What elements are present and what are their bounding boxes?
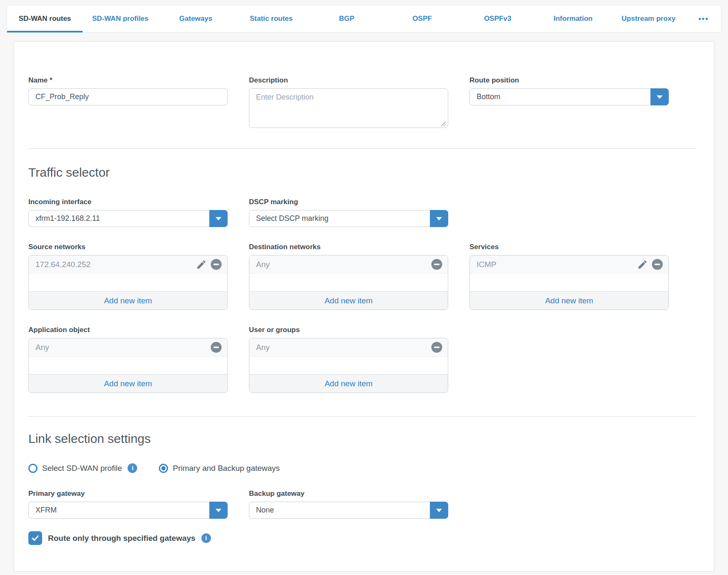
remove-item-icon[interactable] xyxy=(431,342,442,353)
route-only-label: Route only through specified gateways xyxy=(48,534,196,543)
info-icon[interactable]: i xyxy=(201,533,211,543)
tab-bar: SD-WAN routes SD-WAN profiles Gateways S… xyxy=(7,5,721,32)
source-networks-group: Source networks 172.64.240.252 Add new i… xyxy=(28,243,228,310)
checked-checkbox-icon[interactable] xyxy=(28,531,42,545)
networks-row: Source networks 172.64.240.252 Add new i… xyxy=(28,243,697,310)
primary-gateway-select[interactable]: XFRM xyxy=(28,502,228,519)
radio-select-sd-wan-profile[interactable]: Select SD-WAN profile xyxy=(28,464,122,473)
incoming-interface-value: xfrm1-192.168.2.11 xyxy=(35,214,100,223)
link-selection-heading: Link selection settings xyxy=(28,432,697,446)
backup-gateway-value: None xyxy=(256,506,274,515)
backup-gateway-label: Backup gateway xyxy=(249,490,448,498)
source-networks-listbox: 172.64.240.252 Add new item xyxy=(28,255,228,310)
dscp-marking-field-group: DSCP marking Select DSCP marking xyxy=(249,198,448,227)
backup-gateway-select[interactable]: None xyxy=(249,502,448,519)
chevron-down-icon[interactable] xyxy=(430,210,448,227)
destination-networks-listbox: Any Add new item xyxy=(249,255,448,310)
dscp-marking-select[interactable]: Select DSCP marking xyxy=(249,210,448,227)
list-item: Any xyxy=(249,338,448,357)
add-new-item-button[interactable]: Add new item xyxy=(249,374,448,392)
application-object-listbox: Any Add new item xyxy=(28,338,228,393)
dscp-marking-value: Select DSCP marking xyxy=(256,214,329,223)
destination-networks-group: Destination networks Any Add new item xyxy=(249,243,448,310)
list-item-text: Any xyxy=(35,343,211,352)
list-item-text: Any xyxy=(256,343,431,352)
route-position-select[interactable]: Bottom xyxy=(469,88,669,105)
tab-static-routes[interactable]: Static routes xyxy=(233,5,309,32)
backup-gateway-field-group: Backup gateway None xyxy=(249,490,448,519)
add-new-item-button[interactable]: Add new item xyxy=(29,291,227,310)
add-new-item-button[interactable]: Add new item xyxy=(29,374,227,392)
radio-primary-backup-gateways[interactable]: Primary and Backup gateways xyxy=(159,464,280,473)
list-item: Any xyxy=(249,255,448,274)
tab-gateways[interactable]: Gateways xyxy=(158,5,233,32)
edit-pencil-icon[interactable] xyxy=(196,259,207,270)
tab-ospfv3[interactable]: OSPFv3 xyxy=(460,5,535,32)
chevron-down-icon[interactable] xyxy=(430,502,448,519)
tab-ospf[interactable]: OSPF xyxy=(384,5,460,32)
name-input[interactable] xyxy=(28,88,228,105)
add-new-item-button[interactable]: Add new item xyxy=(470,291,668,310)
listbox-empty-area xyxy=(29,357,227,374)
description-textarea[interactable] xyxy=(249,88,448,128)
listbox-empty-area xyxy=(29,274,227,291)
incoming-interface-select[interactable]: xfrm1-192.168.2.11 xyxy=(28,210,228,227)
user-or-groups-group: User or groups Any Add new item xyxy=(249,326,448,393)
section-divider xyxy=(28,416,697,417)
listbox-empty-area xyxy=(249,357,448,374)
list-item-text: 172.64.240.252 xyxy=(35,260,196,269)
remove-item-icon[interactable] xyxy=(211,342,222,353)
description-field-group: Description xyxy=(249,76,448,130)
tab-bgp[interactable]: BGP xyxy=(309,5,384,32)
listbox-empty-area xyxy=(249,274,448,291)
services-group: Services ICMP Add new item xyxy=(469,243,669,310)
dscp-marking-label: DSCP marking xyxy=(249,198,448,206)
tab-sd-wan-profiles[interactable]: SD-WAN profiles xyxy=(83,5,158,32)
section-divider xyxy=(28,148,697,149)
route-position-field-group: Route position Bottom xyxy=(469,76,669,130)
tab-information[interactable]: Information xyxy=(535,5,611,32)
remove-item-icon[interactable] xyxy=(431,259,442,270)
radio-label: Select SD-WAN profile xyxy=(42,464,122,473)
route-position-label: Route position xyxy=(469,76,669,85)
application-object-label: Application object xyxy=(28,326,228,334)
basic-fields-row: Name * Description Route position Bottom xyxy=(28,76,697,130)
remove-item-icon[interactable] xyxy=(652,259,663,270)
incoming-interface-field-group: Incoming interface xfrm1-192.168.2.11 xyxy=(28,198,228,227)
services-listbox: ICMP Add new item xyxy=(469,255,669,310)
chevron-down-icon[interactable] xyxy=(650,88,669,105)
name-field-group: Name * xyxy=(28,76,228,130)
sd-wan-route-form: Name * Description Route position Bottom… xyxy=(14,41,714,572)
add-new-item-button[interactable]: Add new item xyxy=(249,291,448,310)
chevron-down-icon[interactable] xyxy=(209,502,228,519)
tab-upstream-proxy[interactable]: Upstream proxy xyxy=(611,5,686,32)
source-networks-label: Source networks xyxy=(28,243,228,251)
interface-row: Incoming interface xfrm1-192.168.2.11 DS… xyxy=(28,198,697,227)
list-item: Any xyxy=(29,338,227,357)
edit-pencil-icon[interactable] xyxy=(637,259,648,270)
primary-gateway-field-group: Primary gateway XFRM xyxy=(28,490,228,519)
radio-selected-icon[interactable] xyxy=(159,464,168,473)
listbox-empty-area xyxy=(470,274,668,291)
name-label: Name * xyxy=(28,76,228,85)
list-item-text: ICMP xyxy=(477,260,637,269)
list-item-text: Any xyxy=(256,260,431,269)
services-label: Services xyxy=(469,243,669,251)
info-icon[interactable]: i xyxy=(128,463,137,473)
radio-unselected-icon[interactable] xyxy=(28,464,38,473)
destination-networks-label: Destination networks xyxy=(249,243,448,251)
gateways-row: Primary gateway XFRM Backup gateway None xyxy=(28,490,697,519)
chevron-down-icon[interactable] xyxy=(209,210,228,227)
tab-sd-wan-routes[interactable]: SD-WAN routes xyxy=(7,5,83,32)
more-tabs-icon[interactable]: ••• xyxy=(686,5,721,32)
route-only-checkbox-row: Route only through specified gateways i xyxy=(28,531,697,545)
application-user-row: Application object Any Add new item User… xyxy=(28,326,697,393)
link-selection-radio-row: Select SD-WAN profile i Primary and Back… xyxy=(28,463,697,473)
remove-item-icon[interactable] xyxy=(211,259,222,270)
primary-gateway-label: Primary gateway xyxy=(28,490,228,498)
list-item: 172.64.240.252 xyxy=(29,255,227,274)
application-object-group: Application object Any Add new item xyxy=(28,326,228,393)
user-or-groups-label: User or groups xyxy=(249,326,448,334)
incoming-interface-label: Incoming interface xyxy=(28,198,228,206)
list-item: ICMP xyxy=(470,255,668,274)
